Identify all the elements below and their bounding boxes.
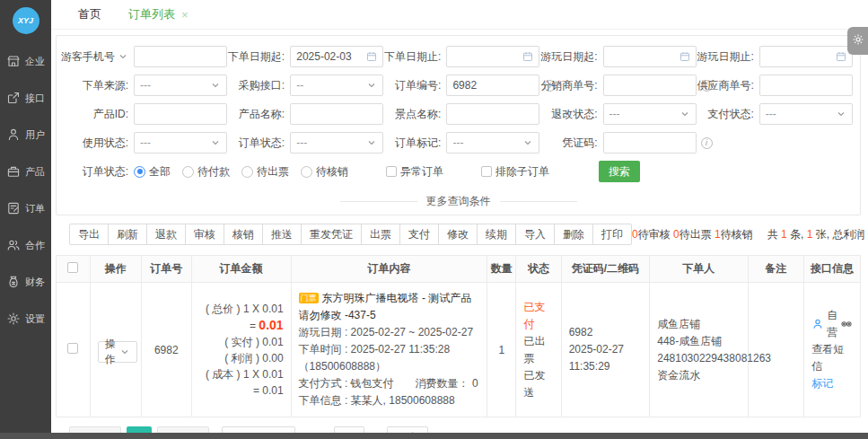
order-status-label: 订单状态: — [224, 136, 290, 151]
search-button[interactable]: 搜索 — [599, 161, 640, 182]
radio-all[interactable]: 全部 — [134, 164, 171, 180]
sidebar-item-finance[interactable]: 财务 — [6, 275, 45, 289]
sidebar-item-settings[interactable]: 设置 — [6, 312, 45, 326]
toolbar-push-button[interactable]: 推送 — [262, 224, 302, 245]
page-size-select[interactable]: 10 条/页 — [222, 426, 295, 433]
pending-verify-count: 1 — [715, 228, 721, 241]
filter-field-supplier-no: 供应商单号: — [693, 75, 849, 96]
voucher-code-input[interactable] — [603, 132, 697, 154]
sidebar: XYJ 企业接口用户产品订单合作财务设置 — [0, 0, 51, 439]
person-icon — [811, 318, 824, 330]
order-source-select[interactable]: --- — [134, 75, 227, 96]
orders-table: 操作 订单号 订单金额 订单内容 数量 状态 凭证码/二维码 下单人 备注 接口… — [56, 255, 861, 417]
toolbar-export-button[interactable]: 导出 — [69, 224, 109, 245]
table-row: 操作 6982 ( 总价 ) 1 X 0.01 = 0.01 ( 实付 ) 0.… — [57, 283, 861, 417]
tourist-phone-input[interactable] — [134, 46, 227, 67]
store-icon — [6, 54, 21, 68]
radio-icon[interactable] — [241, 166, 253, 178]
row-voucher: 6982 2025-02-27 11:35:29 — [561, 283, 650, 417]
page-jump-input[interactable] — [334, 426, 364, 433]
close-icon[interactable]: × — [181, 8, 189, 22]
sidebar-item-api[interactable]: 接口 — [6, 91, 45, 105]
sidebar-item-user[interactable]: 用户 — [6, 127, 45, 142]
radio-unverified[interactable]: 待核销 — [301, 164, 348, 180]
pay-status-select[interactable]: --- — [759, 103, 853, 125]
toolbar-pay-button[interactable]: 支付 — [399, 224, 439, 245]
toolbar-refresh-button[interactable]: 刷新 — [108, 224, 147, 245]
settings-handle[interactable] — [847, 27, 868, 55]
order-status-select[interactable]: --- — [290, 132, 383, 154]
toolbar-import-button[interactable]: 导入 — [515, 224, 555, 245]
select-all-checkbox[interactable] — [67, 262, 78, 273]
filter-field-product-name: 产品名称: — [224, 103, 380, 125]
next-page-button[interactable]: 下一页 — [157, 426, 209, 433]
page-jump: 到第 页 — [306, 426, 381, 433]
distributor-no-input[interactable] — [603, 75, 697, 96]
order-date-start-date-input[interactable]: 2025-02-03 — [290, 46, 383, 67]
filter-field-scenic-name: 景点名称: — [380, 103, 536, 125]
chevron-down-icon — [836, 109, 846, 119]
supplier-no-input[interactable] — [759, 75, 853, 96]
refund-status-select[interactable]: --- — [603, 103, 697, 125]
toolbar-modify-button[interactable]: 修改 — [438, 224, 478, 245]
header-amount: 订单金额 — [191, 256, 291, 283]
sidebar-item-order[interactable]: 订单 — [6, 201, 45, 215]
row-checkbox[interactable] — [67, 343, 78, 354]
toolbar-print-button[interactable]: 打印 — [592, 224, 632, 245]
eyes-icon[interactable] — [840, 318, 853, 330]
toolbar-renew-button[interactable]: 续期 — [477, 224, 516, 245]
checkbox-icon[interactable] — [481, 166, 492, 177]
mark-link[interactable]: 标记 — [811, 375, 853, 392]
more-conditions-link[interactable]: 更多查询条件 — [426, 194, 491, 209]
use-status-select[interactable]: --- — [134, 132, 227, 154]
toolbar-audit-button[interactable]: 审核 — [185, 224, 224, 245]
order-no-input[interactable] — [446, 75, 539, 96]
row-op-button[interactable]: 操作 — [98, 341, 137, 363]
filter-field-order-no: 订单编号:i — [380, 75, 536, 96]
voucher-code-label: 凭证码: — [537, 136, 603, 151]
tab-home[interactable]: 首页 — [78, 6, 101, 22]
sidebar-item-label: 订单 — [25, 202, 45, 215]
product-id-input[interactable] — [134, 103, 227, 125]
page-1-button[interactable]: 1 — [127, 426, 152, 433]
filter-row: 游客手机号下单日期起:2025-02-03下单日期止:游玩日期起:游玩日期止: — [67, 46, 849, 67]
calendar-icon — [366, 51, 377, 62]
divider-line — [340, 201, 417, 202]
radio-unissued[interactable]: 待出票 — [241, 164, 289, 180]
scenic-name-input[interactable] — [446, 103, 539, 125]
checkbox-exclude-sub-order[interactable]: 排除子订单 — [481, 164, 549, 180]
toolbar-resend-voucher-button[interactable]: 重发凭证 — [301, 224, 362, 245]
checkbox-abnormal-order[interactable]: 异常订单 — [386, 164, 443, 180]
view-sms-link[interactable]: 查看短信 — [811, 341, 853, 375]
sidebar-item-product[interactable]: 产品 — [6, 164, 45, 179]
checkbox-icon[interactable] — [386, 166, 397, 177]
use-status-value: --- — [140, 136, 151, 149]
product-name-input[interactable] — [290, 103, 383, 125]
play-date-start-date-input[interactable] — [603, 46, 697, 67]
chevron-down-icon[interactable] — [118, 51, 128, 62]
radio-unpaid[interactable]: 待付款 — [182, 164, 230, 180]
tab-order-list[interactable]: 订单列表 × — [128, 6, 189, 22]
order-tag-value: --- — [452, 136, 463, 149]
toolbar-refund-button[interactable]: 退款 — [146, 224, 186, 245]
order-date-end-date-input[interactable] — [446, 46, 539, 67]
order-tag-select[interactable]: --- — [446, 132, 539, 154]
sidebar-item-enterprise[interactable]: 企业 — [6, 54, 45, 68]
order-source-value: --- — [140, 79, 151, 92]
purchase-api-select[interactable]: -- — [290, 75, 383, 96]
toolbar-issue-ticket-button[interactable]: 出票 — [361, 224, 400, 245]
app-logo[interactable]: XYJ — [13, 7, 39, 34]
radio-icon[interactable] — [301, 166, 312, 178]
sidebar-item-partner[interactable]: 合作 — [6, 238, 45, 252]
play-date-end-date-input[interactable] — [759, 46, 853, 67]
toolbar-delete-button[interactable]: 删除 — [554, 224, 593, 245]
radio-icon[interactable] — [182, 166, 194, 178]
toolbar-verify-button[interactable]: 核销 — [224, 224, 263, 245]
confirm-page-button[interactable]: 确定 — [387, 426, 428, 433]
prev-page-button[interactable]: 上一页 — [69, 426, 121, 433]
header-op: 操作 — [90, 256, 141, 283]
filter-field-refund-status: 退改状态:--- — [537, 103, 693, 125]
radio-icon[interactable] — [134, 166, 145, 178]
content: 游客手机号下单日期起:2025-02-03下单日期止:游玩日期起:游玩日期止:下… — [51, 30, 868, 433]
header-select-all — [57, 256, 91, 283]
